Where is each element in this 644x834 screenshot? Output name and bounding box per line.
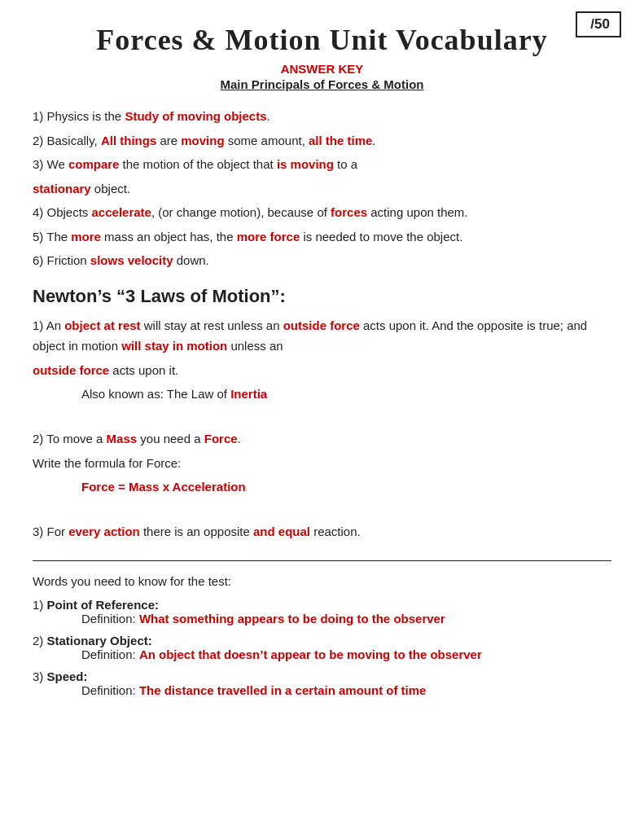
vocab-term1-title: 1) Point of Reference:	[33, 598, 611, 612]
line2-a1: All things	[101, 134, 156, 147]
vocab-def2-text: An object that doesn’t appear to be movi…	[139, 647, 482, 661]
line2-pre: 2) Basically,	[33, 134, 101, 147]
vocab-term1-def: Definition: What something appears to be…	[81, 612, 611, 626]
line3-a2: is moving	[277, 157, 334, 171]
law1-a2: outside force	[283, 318, 360, 332]
law2-mid: you need a	[137, 432, 204, 446]
line1-pre: 1) Physics is the	[33, 109, 125, 123]
law2-a1: Mass	[107, 432, 138, 446]
line3-mid2: to a	[334, 157, 357, 171]
line3-a1: compare	[68, 157, 120, 171]
law1-inertia: Inertia	[230, 387, 267, 401]
score-box: /50	[576, 11, 621, 37]
line2-mid1: are	[156, 134, 181, 147]
line-3b: stationary object.	[33, 178, 611, 200]
vocab-term-3: 3) Speed: Definition: The distance trave…	[33, 669, 611, 697]
line2-post: .	[372, 134, 375, 147]
section-divider	[33, 560, 611, 561]
line5-mid1: mass an object has, the	[101, 230, 237, 244]
law3-pre: 3) For	[33, 525, 68, 538]
line4-pre: 4) Objects	[33, 205, 92, 219]
line3-pre: 3) We	[33, 157, 68, 171]
vocab-term2-name: Stationary Object:	[47, 634, 152, 647]
vocab-term2-def: Definition: An object that doesn’t appea…	[81, 647, 611, 661]
page-title: Forces & Motion Unit Vocabulary	[33, 23, 611, 57]
line-5: 5) The more mass an object has, the more…	[33, 226, 611, 248]
law1-post2: acts upon it.	[109, 363, 178, 377]
line3-post: object.	[91, 182, 130, 195]
law3-mid: there is an opposite	[140, 525, 253, 538]
law3-post: reaction.	[310, 525, 361, 538]
law1-also: Also known as: The Law of	[81, 387, 230, 401]
vocab-term-1: 1) Point of Reference: Definition: What …	[33, 598, 611, 626]
vocab-term3-name: Speed:	[47, 669, 88, 683]
line2-a3: all the time	[309, 134, 372, 147]
line4-mid1: , (or change motion), because of	[151, 205, 331, 219]
law3-a1: every action	[68, 525, 140, 538]
line2-a2: moving	[181, 134, 224, 147]
newton-law2-formula-label: Write the formula for Force:	[33, 453, 611, 474]
line3-mid1: the motion of the object that	[119, 157, 276, 171]
law2-pre: 2) To move a	[33, 432, 107, 446]
vocab-def1-text: What something appears to be doing to th…	[139, 612, 445, 626]
line-4: 4) Objects accelerate, (or change motion…	[33, 202, 611, 223]
newton-law2-line1: 2) To move a Mass you need a Force.	[33, 428, 611, 450]
line3-a3: stationary	[33, 182, 91, 195]
newton-laws-section: 1) An object at rest will stay at rest u…	[33, 315, 611, 542]
line-3: 3) We compare the motion of the object t…	[33, 154, 611, 175]
vocab-term1-name: Point of Reference:	[47, 598, 160, 612]
vocab-intro: Words you need to know for the test:	[33, 574, 611, 588]
vocab-term2-num: 2)	[33, 634, 47, 647]
newton-law3: 3) For every action there is an opposite…	[33, 521, 611, 542]
law1-pre1: 1) An	[33, 318, 64, 332]
answer-key-label: ANSWER KEY	[33, 62, 611, 76]
newton-law2-formula: Force = Mass x Acceleration	[81, 476, 611, 498]
vocab-term3-num: 3)	[33, 669, 47, 683]
law2-a2: Force	[204, 432, 238, 446]
line-6: 6) Friction slows velocity down.	[33, 250, 611, 271]
newton-law1-line2: outside force acts upon it.	[33, 360, 611, 381]
law3-a2: and equal	[253, 525, 310, 538]
vocab-def2-pre: Definition:	[81, 647, 139, 661]
law1-mid2: unless an	[227, 339, 283, 353]
vocab-def1-pre: Definition:	[81, 612, 139, 626]
line4-a1: accelerate	[92, 205, 151, 219]
newton-law1-inertia: Also known as: The Law of Inertia	[81, 384, 611, 405]
vocab-term2-title: 2) Stationary Object:	[33, 634, 611, 647]
line4-a2: forces	[331, 205, 367, 219]
line6-pre: 6) Friction	[33, 253, 90, 267]
vocab-def3-text: The distance travelled in a certain amou…	[139, 683, 427, 697]
line6-post: down.	[173, 253, 209, 267]
vocab-def3-pre: Definition:	[81, 683, 139, 697]
main-principals-section: 1) Physics is the Study of moving object…	[33, 106, 611, 271]
line5-a2: more force	[237, 230, 300, 244]
line6-a1: slows velocity	[90, 253, 173, 267]
law1-a3: will stay in motion	[121, 339, 227, 353]
score-value: /50	[590, 16, 610, 32]
vocab-term3-title: 3) Speed:	[33, 669, 611, 683]
vocab-term1-num: 1)	[33, 598, 47, 612]
line4-post: acting upon them.	[367, 205, 467, 219]
subtitle: Main Principals of Forces & Motion	[33, 77, 611, 91]
line5-pre: 5) The	[33, 230, 71, 244]
newton-title: Newton’s “3 Laws of Motion”:	[33, 286, 611, 307]
line5-a1: more	[71, 230, 101, 244]
line-2: 2) Basically, All things are moving some…	[33, 130, 611, 151]
vocab-term-2: 2) Stationary Object: Definition: An obj…	[33, 634, 611, 661]
line1-answer: Study of moving objects	[125, 109, 266, 123]
line1-post: .	[267, 109, 270, 123]
law1-a4: outside force	[33, 363, 109, 377]
vocab-section: Words you need to know for the test: 1) …	[33, 574, 611, 697]
law1-mid1: will stay at rest unless an	[141, 318, 283, 332]
line2-mid2: some amount,	[225, 134, 309, 147]
law2-post: .	[238, 432, 241, 446]
line-1: 1) Physics is the Study of moving object…	[33, 106, 611, 127]
newton-law1-line1: 1) An object at rest will stay at rest u…	[33, 315, 611, 357]
vocab-term3-def: Definition: The distance travelled in a …	[81, 683, 611, 697]
law1-a1: object at rest	[64, 318, 140, 332]
line5-post: is needed to move the object.	[300, 230, 462, 244]
